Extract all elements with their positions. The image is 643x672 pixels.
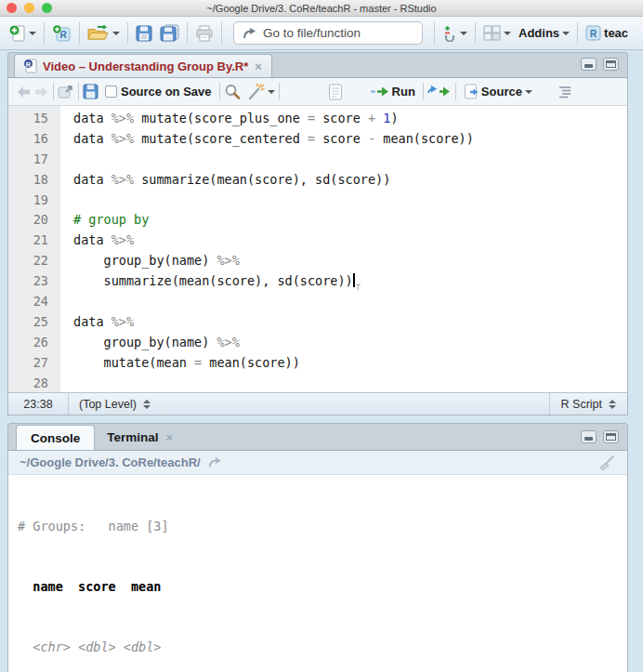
close-window-button[interactable] bbox=[7, 3, 17, 13]
scope-selector[interactable]: (Top Level) bbox=[69, 398, 549, 411]
console-output[interactable]: # Groups: name [3] name score mean <chr>… bbox=[7, 475, 628, 672]
code-text[interactable]: data %>% bbox=[60, 231, 627, 251]
code-editor[interactable]: 15data %>% mutate(score_plus_one = score… bbox=[7, 106, 628, 392]
code-line[interactable]: 25data %>% bbox=[8, 312, 627, 333]
toolbar-separator bbox=[78, 83, 79, 100]
workspace-panes-button[interactable] bbox=[479, 23, 515, 43]
zoom-window-button[interactable] bbox=[42, 3, 52, 13]
code-line[interactable]: 20# group by bbox=[8, 210, 627, 231]
line-number: 23 bbox=[8, 271, 60, 292]
code-line[interactable]: 23 summarize(mean(score), sd(score))⊤ bbox=[8, 271, 627, 292]
toolbar-separator bbox=[53, 83, 54, 100]
main-toolbar: R bbox=[0, 17, 643, 50]
open-file-button[interactable] bbox=[84, 23, 124, 44]
version-control-icon bbox=[442, 24, 457, 42]
tab-terminal[interactable]: Terminal × bbox=[95, 425, 186, 450]
line-number: 19 bbox=[8, 191, 60, 211]
editor-toolbar: Source on Save Run bbox=[7, 78, 628, 106]
minimize-pane-icon[interactable] bbox=[581, 430, 597, 443]
source-on-save-label: Source on Save bbox=[121, 85, 212, 99]
panes-layout-icon bbox=[483, 25, 501, 41]
code-line[interactable]: 21data %>% bbox=[8, 231, 627, 251]
code-text[interactable]: group_by(name) %>% bbox=[60, 333, 627, 353]
code-text[interactable]: data %>% mutate(score_centered = score -… bbox=[60, 129, 627, 150]
goto-directory-icon[interactable] bbox=[208, 456, 223, 468]
console-working-dir-bar: ~/Google Drive/3. CoRe/teachR/ bbox=[7, 451, 628, 475]
source-label: Source bbox=[481, 85, 522, 99]
new-file-caret-icon bbox=[29, 32, 36, 35]
source-on-save-checkbox[interactable] bbox=[105, 86, 117, 98]
clear-console-broom-icon[interactable] bbox=[597, 455, 616, 471]
code-text[interactable]: group_by(name) %>% bbox=[60, 251, 627, 271]
code-text[interactable]: mutate(mean = mean(score)) bbox=[60, 353, 627, 374]
code-text[interactable]: data %>% mutate(score_plus_one = score +… bbox=[60, 109, 627, 129]
working-dir-path: ~/Google Drive/3. CoRe/teachR/ bbox=[20, 455, 201, 469]
code-text[interactable] bbox=[60, 374, 627, 392]
code-text[interactable] bbox=[60, 191, 627, 211]
project-selector-button[interactable]: R teac bbox=[582, 23, 632, 43]
goto-file-function-input[interactable] bbox=[263, 26, 402, 40]
code-line[interactable]: 26 group_by(name) %>% bbox=[8, 333, 627, 353]
scope-updown-icon bbox=[143, 400, 151, 409]
back-icon[interactable] bbox=[16, 86, 32, 99]
code-tools-wand-icon[interactable] bbox=[246, 84, 265, 100]
open-folder-icon bbox=[87, 25, 110, 42]
forward-icon[interactable] bbox=[33, 86, 49, 99]
print-button[interactable] bbox=[191, 23, 217, 44]
new-file-button[interactable] bbox=[5, 22, 40, 45]
code-area[interactable]: 15data %>% mutate(score_plus_one = score… bbox=[8, 109, 627, 392]
maximize-pane-icon[interactable] bbox=[603, 430, 619, 443]
minimize-window-button[interactable] bbox=[24, 3, 34, 13]
minimize-pane-icon[interactable] bbox=[581, 58, 597, 71]
source-tabbar: R Video – Understanding Group By.R* × bbox=[7, 52, 628, 78]
tab-console[interactable]: Console bbox=[16, 425, 95, 450]
panes-caret-icon bbox=[504, 32, 511, 35]
code-text[interactable]: data %>% summarize(mean(score), sd(score… bbox=[60, 170, 627, 191]
code-line[interactable]: 24 bbox=[8, 292, 627, 312]
code-text[interactable] bbox=[60, 292, 627, 312]
code-line[interactable]: 27 mutate(mean = mean(score)) bbox=[8, 353, 627, 374]
code-text[interactable]: summarize(mean(score), sd(score))⊤ bbox=[60, 271, 627, 292]
find-replace-icon[interactable] bbox=[224, 84, 241, 100]
open-in-new-window-icon[interactable] bbox=[58, 85, 74, 99]
rstudio-window: ~/Google Drive/3. CoRe/teachR - master -… bbox=[0, 0, 643, 672]
code-line[interactable]: 15data %>% mutate(score_plus_one = score… bbox=[8, 109, 627, 129]
code-line[interactable]: 18data %>% summarize(mean(score), sd(sco… bbox=[8, 170, 627, 191]
rerun-icon[interactable] bbox=[427, 86, 452, 98]
document-outline-icon[interactable] bbox=[557, 86, 573, 99]
code-line[interactable]: 28 bbox=[8, 374, 627, 392]
maximize-pane-icon[interactable] bbox=[603, 58, 619, 71]
toolbar-separator bbox=[455, 83, 456, 100]
editor-status-bar: 23:38 (Top Level) R Script bbox=[7, 392, 628, 415]
tab-source-file[interactable]: R Video – Understanding Group By.R* × bbox=[14, 54, 272, 77]
print-icon bbox=[195, 25, 214, 42]
console-header-line: name score mean bbox=[18, 577, 627, 598]
version-control-button[interactable] bbox=[439, 22, 471, 44]
code-line[interactable]: 22 group_by(name) %>% bbox=[8, 251, 627, 271]
source-button[interactable]: Source bbox=[460, 82, 536, 101]
save-icon[interactable] bbox=[83, 84, 98, 99]
close-terminal-icon[interactable]: × bbox=[165, 430, 175, 444]
doc-type-selector[interactable]: R Script bbox=[549, 393, 627, 415]
new-file-icon bbox=[8, 24, 26, 43]
toolbar-separator bbox=[423, 83, 424, 100]
line-number: 22 bbox=[8, 251, 60, 271]
code-line[interactable]: 17 bbox=[8, 150, 627, 170]
code-text[interactable]: # group by bbox=[60, 210, 627, 231]
save-button[interactable] bbox=[132, 23, 156, 44]
goto-file-function-box[interactable] bbox=[233, 21, 423, 45]
console-tabbar: Console Terminal × bbox=[7, 423, 628, 451]
line-number: 18 bbox=[8, 170, 60, 191]
close-tab-icon[interactable]: × bbox=[254, 59, 263, 73]
code-text[interactable] bbox=[60, 150, 627, 170]
line-number: 17 bbox=[8, 150, 60, 170]
code-line[interactable]: 16data %>% mutate(score_centered = score… bbox=[8, 129, 627, 150]
compile-report-icon[interactable] bbox=[328, 84, 343, 100]
toolbar-separator bbox=[127, 22, 128, 44]
new-project-button[interactable]: R bbox=[48, 22, 75, 45]
addins-button[interactable]: Addins bbox=[515, 24, 573, 42]
save-all-button[interactable] bbox=[156, 22, 183, 44]
code-line[interactable]: 19 bbox=[8, 191, 627, 211]
code-text[interactable]: data %>% bbox=[60, 312, 627, 333]
run-button[interactable]: Run bbox=[367, 83, 419, 100]
